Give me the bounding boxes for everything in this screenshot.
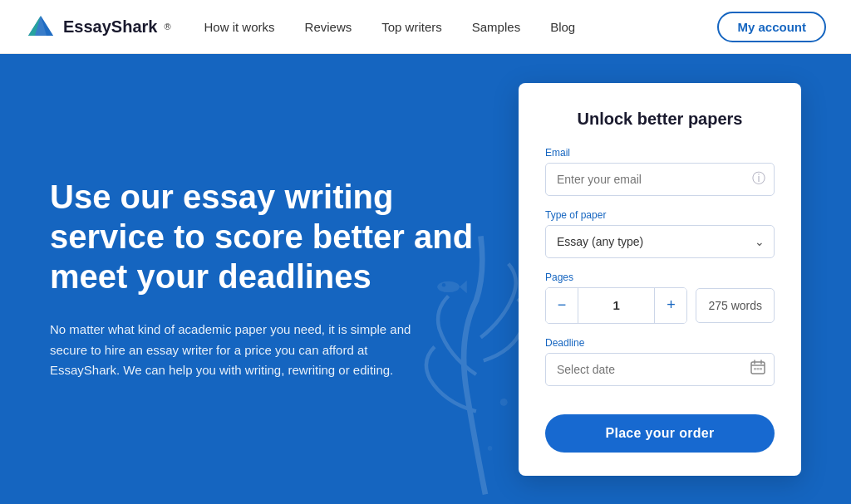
- order-form-card: Unlock better papers Email ⓘ Type of pap…: [519, 83, 801, 476]
- info-icon: ⓘ: [752, 170, 765, 188]
- email-field-group: Email ⓘ: [545, 147, 775, 196]
- nav-top-writers[interactable]: Top writers: [381, 20, 442, 34]
- hero-title: Use our essay writing service to score b…: [50, 177, 482, 296]
- hero-description: No matter what kind of academic paper yo…: [50, 320, 416, 381]
- nav-reviews[interactable]: Reviews: [305, 20, 352, 34]
- place-order-button[interactable]: Place your order: [545, 414, 775, 453]
- increment-pages-button[interactable]: +: [655, 288, 686, 323]
- pages-row: − 1 + 275 words: [545, 287, 775, 324]
- deadline-field-group: Deadline: [545, 337, 775, 386]
- paper-type-select-wrapper: Essay (any type) Research Paper Term Pap…: [545, 225, 775, 258]
- pages-label: Pages: [545, 272, 775, 283]
- hero-content: Use our essay writing service to score b…: [50, 177, 482, 381]
- paper-type-label: Type of paper: [545, 209, 775, 221]
- pages-value: 1: [578, 288, 655, 323]
- email-label: Email: [545, 147, 775, 159]
- paper-type-select[interactable]: Essay (any type) Research Paper Term Pap…: [545, 225, 775, 258]
- decrement-pages-button[interactable]: −: [546, 288, 578, 323]
- svg-rect-12: [760, 368, 762, 370]
- nav-how-it-works[interactable]: How it works: [204, 20, 275, 34]
- email-input[interactable]: [545, 163, 775, 196]
- svg-rect-10: [754, 368, 756, 370]
- deadline-input-wrapper: [545, 353, 775, 386]
- deadline-input[interactable]: [545, 353, 775, 386]
- main-nav: How it works Reviews Top writers Samples…: [204, 20, 718, 34]
- calendar-icon: [750, 360, 765, 379]
- svg-rect-11: [757, 368, 760, 370]
- email-input-wrapper: ⓘ: [545, 163, 775, 196]
- nav-samples[interactable]: Samples: [472, 20, 520, 34]
- pages-field-group: Pages − 1 + 275 words: [545, 272, 775, 324]
- deadline-label: Deadline: [545, 337, 775, 349]
- site-header: EssayShark® How it works Reviews Top wri…: [0, 0, 851, 54]
- my-account-button[interactable]: My account: [717, 12, 826, 42]
- pages-counter: − 1 +: [545, 287, 687, 324]
- logo-sup: ®: [164, 22, 170, 32]
- hero-section: Use our essay writing service to score b…: [0, 54, 851, 504]
- svg-point-6: [500, 399, 508, 406]
- logo-text: EssayShark: [63, 17, 157, 37]
- svg-point-8: [488, 447, 493, 452]
- form-title: Unlock better papers: [545, 110, 775, 129]
- nav-blog[interactable]: Blog: [550, 20, 575, 34]
- paper-type-field-group: Type of paper Essay (any type) Research …: [545, 209, 775, 258]
- logo[interactable]: EssayShark®: [25, 11, 171, 42]
- words-badge: 275 words: [696, 288, 775, 323]
